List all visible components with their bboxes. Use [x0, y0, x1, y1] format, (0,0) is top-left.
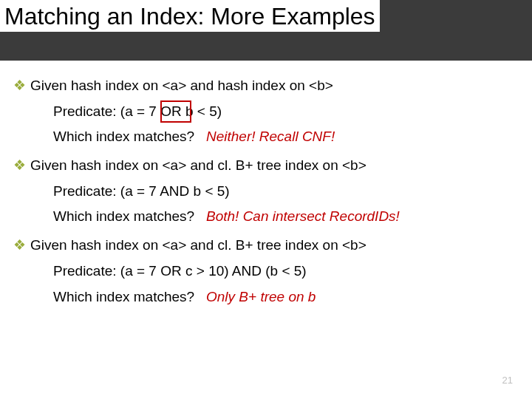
bullet-row: ❖ Given hash index on <a> and cl. B+ tre… [13, 157, 519, 175]
answer-text: Only B+ tree on b [206, 289, 316, 304]
predicate-line: Predicate: (a = 7 OR c > 10) AND (b < 5) [53, 262, 519, 281]
question-text: Which index matches? [53, 129, 194, 144]
bullet-head: Given hash index on <a> and hash index o… [30, 77, 333, 95]
predicate-line: Predicate: (a = 7 AND b < 5) [53, 183, 519, 201]
bullet-glyph-icon: ❖ [13, 157, 26, 175]
predicate-text: Predicate: (a = 7 AND b < 5) [53, 183, 230, 199]
slide-title: Matching an Index: More Examples [4, 3, 375, 30]
answer-text: Neither! Recall CNF! [206, 129, 335, 144]
question-text: Which index matches? [53, 289, 194, 304]
slide: Matching an Index: More Examples ❖ Given… [0, 0, 532, 399]
predicate-line: Predicate: (a = 7 OR b < 5) [53, 103, 519, 121]
question-line: Which index matches? Both! Can intersect… [53, 208, 519, 226]
content-area: ❖ Given hash index on <a> and hash index… [0, 61, 532, 306]
question-text: Which index matches? [53, 208, 194, 224]
bullet-head: Given hash index on <a> and cl. B+ tree … [30, 236, 366, 255]
bullet-row: ❖ Given hash index on <a> and hash index… [13, 77, 519, 95]
bullet-row: ❖ Given hash index on <a> and cl. B+ tre… [13, 236, 519, 255]
title-container: Matching an Index: More Examples [0, 0, 380, 32]
bullet-glyph-icon: ❖ [13, 236, 26, 255]
page-number: 21 [502, 375, 513, 386]
bullet-head: Given hash index on <a> and cl. B+ tree … [30, 157, 366, 175]
predicate-text: Predicate: (a = 7 OR b < 5) [53, 103, 222, 119]
question-line: Which index matches? Only B+ tree on b [53, 288, 519, 307]
answer-text: Both! Can intersect RecordIDs! [206, 208, 400, 224]
question-line: Which index matches? Neither! Recall CNF… [53, 128, 519, 146]
bullet-glyph-icon: ❖ [13, 77, 26, 95]
predicate-text: Predicate: (a = 7 OR c > 10) AND (b < 5) [53, 263, 307, 279]
